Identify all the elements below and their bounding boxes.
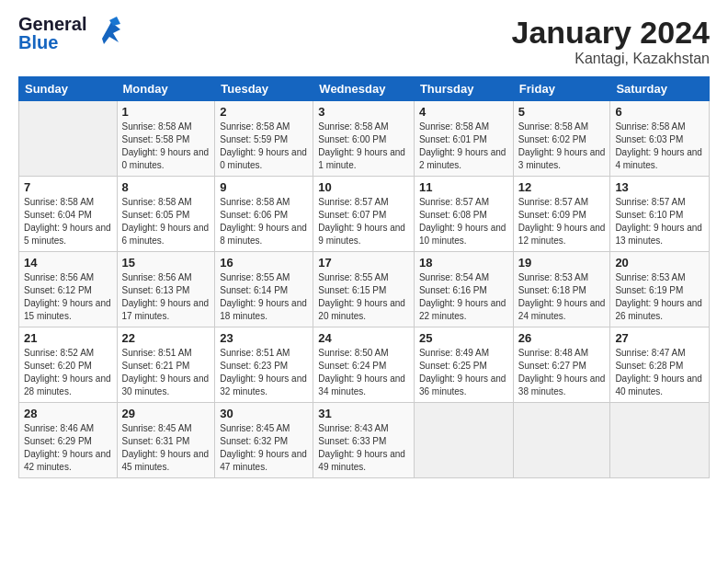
- calendar-cell: [513, 403, 610, 478]
- cell-info: Sunrise: 8:58 AMSunset: 6:02 PMDaylight:…: [518, 121, 606, 172]
- calendar-cell: 27Sunrise: 8:47 AMSunset: 6:28 PMDayligh…: [610, 327, 710, 403]
- calendar-cell: 30Sunrise: 8:45 AMSunset: 6:32 PMDayligh…: [215, 403, 313, 478]
- cell-day-number: 6: [615, 105, 704, 119]
- calendar-cell: 7Sunrise: 8:58 AMSunset: 6:04 PMDaylight…: [19, 177, 118, 252]
- cell-info: Sunrise: 8:58 AMSunset: 5:59 PMDaylight:…: [220, 121, 308, 172]
- logo-bird-icon: [93, 13, 128, 48]
- calendar-cell: 13Sunrise: 8:57 AMSunset: 6:10 PMDayligh…: [610, 177, 710, 252]
- cell-day-number: 13: [615, 180, 704, 194]
- cell-info: Sunrise: 8:56 AMSunset: 6:13 PMDaylight:…: [122, 271, 210, 323]
- cell-info: Sunrise: 8:58 AMSunset: 6:03 PMDaylight:…: [615, 121, 704, 172]
- cell-day-number: 14: [24, 256, 112, 270]
- week-row-0: 1Sunrise: 8:58 AMSunset: 5:58 PMDaylight…: [19, 101, 710, 177]
- cell-day-number: 17: [318, 256, 409, 270]
- cell-day-number: 29: [122, 407, 210, 420]
- header-sunday: Sunday: [19, 77, 118, 101]
- cell-day-number: 22: [122, 331, 210, 345]
- cell-day-number: 25: [419, 331, 508, 345]
- cell-info: Sunrise: 8:53 AMSunset: 6:19 PMDaylight:…: [615, 271, 704, 323]
- cell-day-number: 30: [220, 407, 308, 420]
- cell-day-number: 15: [122, 256, 210, 270]
- cell-info: Sunrise: 8:50 AMSunset: 6:24 PMDaylight:…: [318, 347, 409, 398]
- calendar-cell: 22Sunrise: 8:51 AMSunset: 6:21 PMDayligh…: [117, 327, 215, 403]
- cell-day-number: 7: [24, 180, 112, 194]
- cell-info: Sunrise: 8:43 AMSunset: 6:33 PMDaylight:…: [318, 422, 409, 474]
- cell-info: Sunrise: 8:55 AMSunset: 6:15 PMDaylight:…: [318, 271, 409, 323]
- calendar-cell: 16Sunrise: 8:55 AMSunset: 6:14 PMDayligh…: [215, 252, 313, 327]
- cell-info: Sunrise: 8:58 AMSunset: 5:58 PMDaylight:…: [122, 121, 210, 172]
- cell-day-number: 24: [318, 331, 409, 345]
- page-title: January 2024: [512, 15, 711, 51]
- cell-info: Sunrise: 8:57 AMSunset: 6:08 PMDaylight:…: [419, 196, 508, 247]
- cell-day-number: 4: [419, 105, 508, 119]
- header-saturday: Saturday: [610, 77, 710, 101]
- calendar-cell: 5Sunrise: 8:58 AMSunset: 6:02 PMDaylight…: [513, 101, 610, 177]
- calendar-cell: 29Sunrise: 8:45 AMSunset: 6:31 PMDayligh…: [117, 403, 215, 478]
- cell-info: Sunrise: 8:51 AMSunset: 6:23 PMDaylight:…: [220, 347, 308, 398]
- calendar-cell: 24Sunrise: 8:50 AMSunset: 6:24 PMDayligh…: [313, 327, 415, 403]
- cell-info: Sunrise: 8:46 AMSunset: 6:29 PMDaylight:…: [24, 422, 112, 474]
- calendar-table: SundayMondayTuesdayWednesdayThursdayFrid…: [18, 76, 710, 478]
- calendar-cell: 12Sunrise: 8:57 AMSunset: 6:09 PMDayligh…: [513, 177, 610, 252]
- calendar-cell: 6Sunrise: 8:58 AMSunset: 6:03 PMDaylight…: [610, 101, 710, 177]
- header-wednesday: Wednesday: [313, 77, 415, 101]
- cell-info: Sunrise: 8:45 AMSunset: 6:32 PMDaylight:…: [220, 422, 308, 474]
- week-row-4: 28Sunrise: 8:46 AMSunset: 6:29 PMDayligh…: [19, 403, 710, 478]
- calendar-cell: 28Sunrise: 8:46 AMSunset: 6:29 PMDayligh…: [19, 403, 118, 478]
- page-subtitle: Kantagi, Kazakhstan: [512, 51, 711, 67]
- cell-info: Sunrise: 8:58 AMSunset: 6:04 PMDaylight:…: [24, 196, 112, 247]
- cell-info: Sunrise: 8:52 AMSunset: 6:20 PMDaylight:…: [24, 347, 112, 398]
- cell-day-number: 23: [220, 331, 308, 345]
- cell-day-number: 31: [318, 407, 409, 420]
- cell-info: Sunrise: 8:54 AMSunset: 6:16 PMDaylight:…: [419, 271, 508, 323]
- cell-info: Sunrise: 8:57 AMSunset: 6:07 PMDaylight:…: [318, 196, 409, 247]
- logo-general: General: [18, 15, 86, 33]
- cell-info: Sunrise: 8:56 AMSunset: 6:12 PMDaylight:…: [24, 271, 112, 323]
- cell-day-number: 8: [122, 180, 210, 194]
- calendar-cell: 18Sunrise: 8:54 AMSunset: 6:16 PMDayligh…: [414, 252, 513, 327]
- logo-blue: Blue: [18, 33, 86, 52]
- cell-day-number: 18: [419, 256, 508, 270]
- cell-day-number: 5: [518, 105, 606, 119]
- calendar-cell: [610, 403, 710, 478]
- cell-info: Sunrise: 8:53 AMSunset: 6:18 PMDaylight:…: [518, 271, 606, 323]
- cell-info: Sunrise: 8:45 AMSunset: 6:31 PMDaylight:…: [122, 422, 210, 474]
- cell-day-number: 3: [318, 105, 409, 119]
- header: General Blue January 2024 Kantagi, Kazak…: [18, 15, 710, 67]
- svg-marker-0: [102, 22, 120, 44]
- calendar-cell: [19, 101, 118, 177]
- cell-info: Sunrise: 8:57 AMSunset: 6:09 PMDaylight:…: [518, 196, 606, 247]
- calendar-cell: 4Sunrise: 8:58 AMSunset: 6:01 PMDaylight…: [414, 101, 513, 177]
- calendar-cell: 14Sunrise: 8:56 AMSunset: 6:12 PMDayligh…: [19, 252, 118, 327]
- title-block: January 2024 Kantagi, Kazakhstan: [512, 15, 711, 67]
- calendar-cell: 3Sunrise: 8:58 AMSunset: 6:00 PMDaylight…: [313, 101, 415, 177]
- calendar-header-row: SundayMondayTuesdayWednesdayThursdayFrid…: [19, 77, 710, 101]
- cell-day-number: 2: [220, 105, 308, 119]
- cell-info: Sunrise: 8:58 AMSunset: 6:01 PMDaylight:…: [419, 121, 508, 172]
- cell-info: Sunrise: 8:55 AMSunset: 6:14 PMDaylight:…: [220, 271, 308, 323]
- calendar-cell: 20Sunrise: 8:53 AMSunset: 6:19 PMDayligh…: [610, 252, 710, 327]
- header-monday: Monday: [117, 77, 215, 101]
- cell-day-number: 11: [419, 180, 508, 194]
- cell-info: Sunrise: 8:48 AMSunset: 6:27 PMDaylight:…: [518, 347, 606, 398]
- week-row-1: 7Sunrise: 8:58 AMSunset: 6:04 PMDaylight…: [19, 177, 710, 252]
- header-tuesday: Tuesday: [215, 77, 313, 101]
- calendar-cell: 19Sunrise: 8:53 AMSunset: 6:18 PMDayligh…: [513, 252, 610, 327]
- logo: General Blue: [18, 15, 128, 52]
- page: General Blue January 2024 Kantagi, Kazak…: [0, 0, 728, 563]
- cell-day-number: 12: [518, 180, 606, 194]
- header-friday: Friday: [513, 77, 610, 101]
- week-row-2: 14Sunrise: 8:56 AMSunset: 6:12 PMDayligh…: [19, 252, 710, 327]
- calendar-cell: 15Sunrise: 8:56 AMSunset: 6:13 PMDayligh…: [117, 252, 215, 327]
- calendar-cell: 2Sunrise: 8:58 AMSunset: 5:59 PMDaylight…: [215, 101, 313, 177]
- calendar-cell: 9Sunrise: 8:58 AMSunset: 6:06 PMDaylight…: [215, 177, 313, 252]
- calendar-cell: 1Sunrise: 8:58 AMSunset: 5:58 PMDaylight…: [117, 101, 215, 177]
- cell-day-number: 27: [615, 331, 704, 345]
- cell-day-number: 1: [122, 105, 210, 119]
- cell-info: Sunrise: 8:51 AMSunset: 6:21 PMDaylight:…: [122, 347, 210, 398]
- cell-day-number: 16: [220, 256, 308, 270]
- calendar-cell: 17Sunrise: 8:55 AMSunset: 6:15 PMDayligh…: [313, 252, 415, 327]
- cell-info: Sunrise: 8:58 AMSunset: 6:06 PMDaylight:…: [220, 196, 308, 247]
- header-thursday: Thursday: [414, 77, 513, 101]
- calendar-cell: 21Sunrise: 8:52 AMSunset: 6:20 PMDayligh…: [19, 327, 118, 403]
